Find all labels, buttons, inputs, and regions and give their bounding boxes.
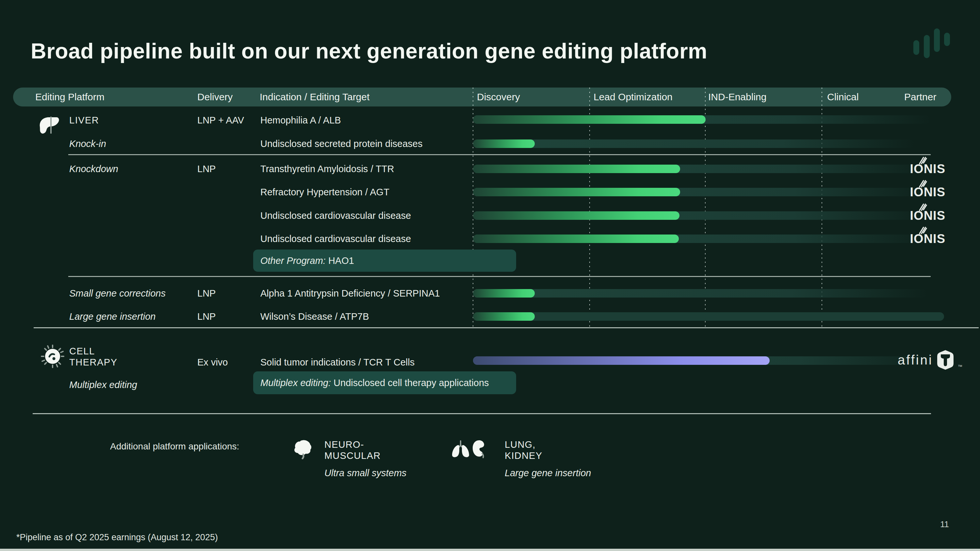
footnote: *Pipeline as of Q2 2025 earnings (August… bbox=[16, 532, 218, 543]
delivery-lnp-small: LNP bbox=[197, 287, 216, 300]
progress-bar-tcr-t-cells bbox=[473, 356, 941, 365]
kidney-icon bbox=[473, 440, 489, 459]
partner-logo-ionis: IONIS bbox=[901, 185, 945, 199]
equalizer-bars-logo bbox=[912, 29, 951, 59]
section-divider bbox=[68, 154, 931, 155]
platform-label-cell-therapy: CELL THERAPY bbox=[69, 346, 117, 368]
partner-logo-affini-t: affini ™ bbox=[898, 349, 963, 371]
brain-icon bbox=[293, 440, 312, 459]
delivery-ex-vivo: Ex vivo bbox=[197, 356, 228, 369]
progress-bar-cardiovascular-2 bbox=[473, 235, 931, 243]
lungs-icon bbox=[452, 440, 470, 458]
indication-secreted-protein: Undisclosed secreted protein diseases bbox=[260, 137, 423, 150]
partner-logo-ionis: IONIS bbox=[901, 162, 945, 176]
page-title: Broad pipeline built on our next generat… bbox=[31, 38, 707, 64]
progress-bar-secreted-protein bbox=[473, 140, 915, 148]
application-lung-kidney: LUNG, KIDNEY bbox=[505, 439, 542, 461]
trademark-symbol: ™ bbox=[958, 364, 963, 369]
application-neuromuscular-subtitle: Ultra small systems bbox=[325, 468, 406, 478]
platform-label-large-gene-insertion: Large gene insertion bbox=[69, 310, 156, 323]
column-header-clinical: Clinical bbox=[827, 87, 859, 106]
cell-icon bbox=[40, 344, 65, 368]
column-header-ind-enabling: IND-Enabling bbox=[708, 87, 766, 106]
other-program-label: Other Program: bbox=[260, 256, 326, 266]
indication-tcr-t-cells: Solid tumor indications / TCR T Cells bbox=[260, 356, 415, 369]
indication-atp7b: Wilson’s Disease / ATP7B bbox=[260, 310, 369, 323]
delivery-lnp-knockdown: LNP bbox=[197, 162, 216, 175]
other-program-value: HAO1 bbox=[326, 256, 354, 266]
column-header-editing-platform: Editing Platform bbox=[35, 87, 105, 106]
liver-icon bbox=[38, 116, 59, 135]
additional-applications-label: Additional platform applications: bbox=[110, 440, 239, 453]
indication-cardiovascular-1: Undisclosed cardiovascular disease bbox=[260, 209, 411, 222]
multiplex-box-value: Undisclosed cell therapy applications bbox=[331, 378, 489, 388]
column-header-partner: Partner bbox=[904, 87, 936, 106]
progress-bar-agt bbox=[473, 188, 931, 196]
pipeline-slide: Broad pipeline built on our next generat… bbox=[0, 0, 980, 551]
progress-bar-atp7b bbox=[473, 312, 944, 321]
section-divider bbox=[68, 276, 931, 277]
page-number: 11 bbox=[940, 519, 949, 529]
progress-bar-cardiovascular-1 bbox=[473, 211, 931, 220]
partner-logo-ionis: IONIS bbox=[901, 232, 945, 246]
platform-label-liver: LIVER bbox=[69, 114, 99, 127]
multiplex-box-label: Multiplex editing: bbox=[260, 378, 331, 388]
column-header-delivery: Delivery bbox=[197, 87, 232, 106]
section-divider bbox=[33, 327, 979, 328]
delivery-lnp-aav: LNP + AAV bbox=[197, 114, 244, 127]
progress-bar-hemophilia bbox=[473, 115, 931, 124]
application-neuromuscular: NEURO- MUSCULAR bbox=[325, 439, 380, 461]
slide-bottom-edge bbox=[0, 549, 980, 551]
platform-label-small-gene-corrections: Small gene corrections bbox=[69, 287, 165, 300]
platform-label-multiplex-editing: Multiplex editing bbox=[69, 378, 137, 391]
application-lung-kidney-subtitle: Large gene insertion bbox=[505, 468, 591, 478]
other-program-box: Other Program: HAO1 bbox=[253, 249, 516, 272]
indication-ttr: Transthyretin Amyloidosis / TTR bbox=[260, 162, 394, 175]
multiplex-editing-box: Multiplex editing: Undisclosed cell ther… bbox=[253, 372, 516, 394]
column-header-indication: Indication / Editing Target bbox=[260, 87, 369, 106]
platform-label-knock-in: Knock-in bbox=[69, 137, 106, 150]
platform-label-knockdown: Knockdown bbox=[69, 162, 118, 175]
section-divider bbox=[33, 413, 931, 414]
indication-cardiovascular-2: Undisclosed cardiovascular disease bbox=[260, 232, 411, 245]
progress-bar-serpina1 bbox=[473, 289, 928, 297]
indication-agt: Refractory Hypertension / AGT bbox=[260, 186, 390, 198]
delivery-lnp-large: LNP bbox=[197, 310, 216, 323]
partner-logo-ionis: IONIS bbox=[901, 208, 945, 223]
indication-serpina1: Alpha 1 Antitrypsin Deficiency / SERPINA… bbox=[260, 287, 440, 300]
indication-hemophilia: Hemophilia A / ALB bbox=[260, 114, 341, 127]
column-header-discovery: Discovery bbox=[477, 87, 520, 106]
progress-bar-ttr bbox=[473, 165, 931, 173]
column-header-lead-optimization: Lead Optimization bbox=[593, 87, 673, 106]
